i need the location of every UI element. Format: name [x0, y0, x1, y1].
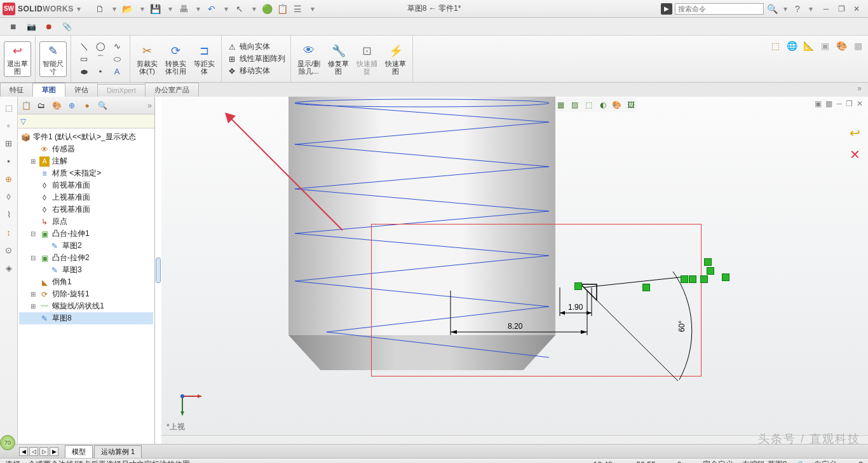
tabs-chevron-icon[interactable]: »	[857, 84, 862, 93]
doc-max-icon[interactable]: ❐	[846, 99, 853, 108]
tree-root[interactable]: 📦零件1 (默认<<默认>_显示状态	[19, 131, 153, 143]
camera-icon[interactable]: 📷	[25, 21, 37, 32]
tab-first-icon[interactable]: ◀	[19, 447, 28, 456]
list-icon[interactable]: ☰	[292, 3, 304, 15]
tree-tab-prop-icon[interactable]: ⊕	[66, 100, 78, 111]
doc-tile-icon[interactable]: ▣	[815, 99, 822, 108]
doc-close-icon[interactable]: ✕	[857, 99, 863, 108]
view-origin-icon[interactable]: ⊙	[3, 244, 15, 256]
attach-icon[interactable]: 📎	[61, 21, 72, 32]
tree-tab-feature-icon[interactable]: 📋	[20, 100, 32, 111]
view-vertex-icon[interactable]: ▪	[3, 155, 15, 167]
cancel-sketch-icon[interactable]: ✕	[846, 146, 863, 163]
trim-button[interactable]: ✂剪裁实 体(T)	[134, 42, 160, 76]
exit-sketch-button[interactable]: ↩ 退出草 图	[4, 41, 31, 77]
filter-icon[interactable]: ▽	[20, 117, 26, 126]
tree-sensors[interactable]: 👁传感器	[19, 143, 153, 155]
brand-dropdown[interactable]: ▾	[75, 4, 83, 13]
relation-icon[interactable]	[722, 273, 729, 281]
arc-tool-icon[interactable]: ⌒	[93, 53, 108, 65]
quick-snap-button[interactable]: ⊡快速捕 捉	[354, 42, 380, 76]
open-file-icon[interactable]: 📂	[122, 3, 133, 15]
horizontal-scrollbar[interactable]	[161, 435, 868, 444]
text-tool-icon[interactable]: A	[109, 66, 125, 78]
globe-icon[interactable]: 🌐	[785, 39, 798, 52]
undo-icon[interactable]: ↶	[206, 3, 217, 15]
tree-sketch2[interactable]: ✎草图2	[19, 240, 153, 252]
wireframe-icon[interactable]: ▦	[555, 99, 567, 111]
slot-tool-icon[interactable]: ⬬	[76, 66, 92, 78]
move-item[interactable]: ✥移动实体	[227, 66, 285, 76]
select-icon[interactable]: ↖	[234, 3, 245, 15]
confirm-sketch-icon[interactable]: ↩	[846, 125, 863, 141]
scene-icon[interactable]: ▦	[851, 39, 864, 52]
tree-sketch3[interactable]: ✎草图3	[19, 264, 153, 276]
smart-dimension-button[interactable]: ✎ 智能尺 寸	[39, 41, 67, 77]
tree-boss1[interactable]: ⊟▣凸台-拉伸1	[19, 228, 153, 240]
convert-button[interactable]: ⟳转换实 体引用	[163, 42, 189, 76]
circle-tool-icon[interactable]: ◯	[93, 41, 108, 52]
macro-stop-icon[interactable]: ⏹	[8, 21, 19, 32]
save-icon[interactable]: 💾	[150, 3, 161, 15]
rectangle-tool-icon[interactable]: ▭	[76, 53, 92, 65]
tree-tab-display-icon[interactable]: 🎨	[51, 100, 62, 111]
ellipse-tool-icon[interactable]: ⬭	[109, 53, 125, 65]
options-icon[interactable]: 📋	[277, 3, 288, 15]
tree-tab-search-icon[interactable]: 🔍	[97, 100, 108, 111]
rebuild-icon[interactable]: 🟢	[262, 3, 273, 15]
offset-button[interactable]: ⊐等距实 体	[191, 42, 217, 76]
view-edge-icon[interactable]: ⊞	[3, 137, 15, 149]
pattern-item[interactable]: ⊞线性草图阵列	[227, 53, 285, 64]
tree-tab-config-icon[interactable]: 🗂	[36, 100, 47, 111]
help-icon[interactable]: ?	[792, 3, 803, 15]
relation-icon[interactable]	[681, 275, 688, 283]
show-hide-button[interactable]: 👁显示/删 除几...	[295, 42, 323, 76]
repair-button[interactable]: 🔧修复草 图	[325, 42, 351, 76]
section-view-icon[interactable]: ◐	[597, 99, 609, 111]
display-state-icon[interactable]: 🎨	[611, 99, 623, 111]
minimize-icon[interactable]: ─	[821, 4, 831, 14]
tree-material[interactable]: ≡材质 <未指定>	[19, 167, 153, 179]
relation-icon[interactable]	[574, 282, 582, 290]
relation-icon[interactable]	[700, 275, 708, 283]
tree-sketch8[interactable]: ✎草图8	[19, 312, 153, 324]
status-lock-icon[interactable]: 🔒	[796, 460, 805, 464]
relation-icon[interactable]	[704, 258, 712, 266]
search-input[interactable]	[675, 3, 764, 15]
point-tool-icon[interactable]: •	[93, 66, 108, 78]
tab-model[interactable]: 模型	[65, 445, 93, 458]
maximize-icon[interactable]: ❐	[836, 4, 846, 14]
section-icon[interactable]: ▣	[818, 39, 831, 52]
scene-icon[interactable]: 🖼	[625, 99, 637, 111]
view-ref-icon[interactable]: ◈	[3, 262, 15, 273]
tab-last-icon[interactable]: ▶	[50, 447, 58, 456]
view-3d-icon[interactable]: ⬚	[3, 102, 15, 113]
tree-front-plane[interactable]: ◊前视基准面	[19, 179, 153, 191]
status-custom[interactable]: 自定义	[814, 459, 837, 463]
tree-tab-appear-icon[interactable]: ●	[81, 100, 93, 111]
relation-icon[interactable]	[642, 284, 650, 291]
view-plane-icon[interactable]: ◊	[3, 191, 15, 202]
appearance-icon[interactable]: 🎨	[835, 39, 848, 52]
doc-cascade-icon[interactable]: ▦	[825, 99, 832, 108]
mirror-item[interactable]: ⚠镜向实体	[227, 41, 285, 52]
new-file-icon[interactable]: 🗋	[94, 3, 105, 15]
line-tool-icon[interactable]: ＼	[76, 41, 92, 52]
tab-next-icon[interactable]: ▷	[39, 447, 48, 456]
tab-prev-icon[interactable]: ◁	[29, 447, 38, 456]
tab-features[interactable]: 特征	[0, 83, 33, 97]
search-button-icon[interactable]: ▶	[661, 3, 672, 15]
tree-origin[interactable]: ↳原点	[19, 216, 153, 228]
quick-sketch-button[interactable]: ⚡快速草 图	[383, 42, 409, 76]
search-icon[interactable]: 🔍	[766, 3, 778, 15]
tree-right-plane[interactable]: ◊右视基准面	[19, 204, 153, 216]
relation-icon[interactable]	[689, 275, 696, 283]
tree-top-plane[interactable]: ◊上视基准面	[19, 191, 153, 204]
tree-chamfer[interactable]: ◣倒角1	[19, 276, 153, 288]
status-menu-icon[interactable]: ▾	[846, 460, 850, 464]
spline-tool-icon[interactable]: ∿	[109, 41, 125, 52]
hlr-icon[interactable]: ▨	[569, 99, 581, 111]
view-face-icon[interactable]: ▫	[3, 120, 15, 131]
tab-dimxpert[interactable]: DimXpert	[97, 84, 146, 96]
close-icon[interactable]: ✕	[851, 4, 862, 14]
